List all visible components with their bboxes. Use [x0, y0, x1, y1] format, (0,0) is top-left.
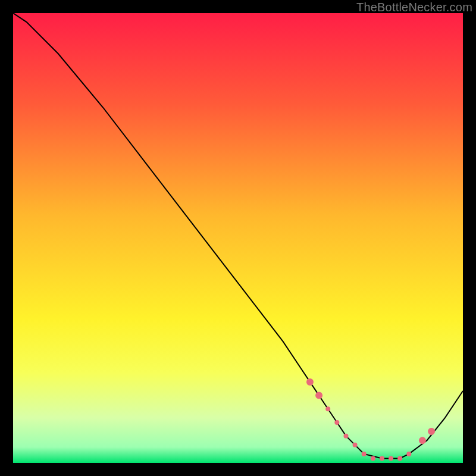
marker-dot: [306, 378, 314, 386]
chart-frame: TheBottleNecker.com: [0, 0, 476, 476]
attribution-text: TheBottleNecker.com: [356, 1, 472, 14]
marker-dot: [389, 456, 393, 461]
marker-dot: [397, 456, 402, 461]
marker-dot: [315, 392, 322, 399]
marker-dot: [371, 456, 375, 461]
bottleneck-chart: [13, 13, 463, 463]
marker-dot: [353, 443, 358, 447]
marker-dot: [380, 456, 384, 461]
marker-dot: [428, 428, 435, 435]
marker-dot: [406, 452, 411, 456]
marker-dot: [362, 452, 367, 456]
marker-dot: [343, 434, 348, 439]
marker-dot: [419, 437, 426, 444]
marker-dot: [334, 420, 339, 425]
marker-dot: [325, 406, 330, 411]
